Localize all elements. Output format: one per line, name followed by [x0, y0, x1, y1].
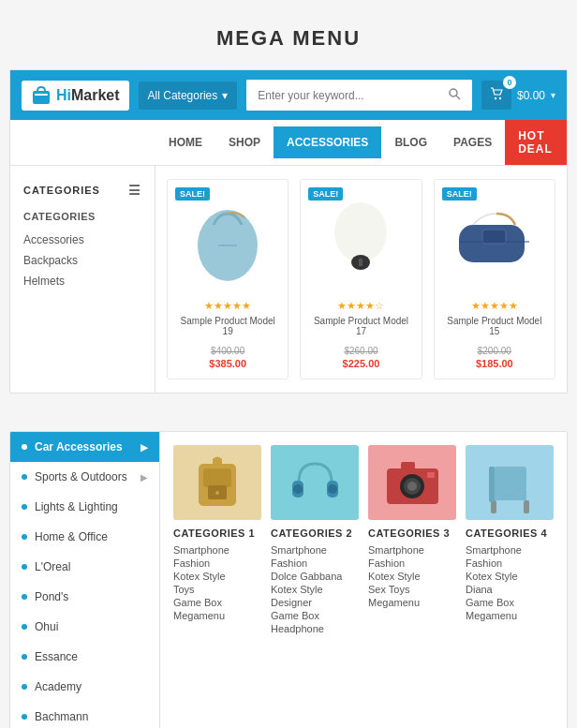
store-header: HiMarket All Categories ▾: [10, 70, 567, 120]
product-title-2: Sample Product Model 17: [310, 316, 411, 336]
sidebar-link-helmets[interactable]: Helmets: [10, 271, 155, 291]
sidebar-item-bachmann[interactable]: Bachmann: [10, 702, 159, 728]
product-card-2: SALE! ★★★★☆ Sample Product Model 17 $260…: [300, 179, 422, 379]
hamburger-icon[interactable]: ☰: [128, 183, 141, 198]
cart-count: 0: [503, 76, 516, 89]
mega-link[interactable]: Game Box: [173, 597, 261, 608]
product-image-3: [444, 189, 545, 292]
mega-link[interactable]: Megamenu: [466, 610, 554, 621]
svg-point-20: [293, 484, 303, 494]
sidebar-title: CATEGORIES ☰: [10, 177, 155, 207]
category-image-2: [271, 445, 359, 520]
mega-link[interactable]: Fashion: [466, 557, 554, 569]
category-image-1: [173, 445, 261, 520]
mega-link-headphone[interactable]: Headphone: [271, 623, 359, 634]
dot-icon: [22, 564, 27, 570]
nav-shop[interactable]: SHOP: [215, 126, 274, 158]
sidebar-item-home-office[interactable]: Home & Office: [10, 522, 159, 552]
mega-link[interactable]: Game Box: [466, 597, 554, 608]
mega-link[interactable]: Toys: [173, 584, 261, 595]
cart-icon-wrap: 0: [481, 81, 511, 110]
cart-price: $0.00: [517, 89, 545, 102]
price-new-3: $185.00: [444, 358, 545, 369]
svg-point-8: [334, 202, 387, 262]
mega-link[interactable]: Smartphone: [368, 544, 456, 556]
dot-icon: [22, 624, 27, 630]
chevron-down-icon: ▾: [222, 89, 228, 102]
mega-link[interactable]: Megamenu: [368, 597, 456, 608]
mega-link[interactable]: Fashion: [271, 557, 359, 569]
nav-pages[interactable]: PAGES: [440, 126, 505, 158]
nav-blog[interactable]: BLOG: [381, 126, 440, 158]
search-bar: [246, 80, 472, 111]
price-new-2: $225.00: [310, 358, 411, 369]
mega-link[interactable]: Fashion: [368, 557, 456, 569]
categories-dropdown[interactable]: All Categories ▾: [139, 82, 238, 110]
mega-link[interactable]: Sex Toys: [368, 584, 456, 595]
backpack-image: [189, 450, 245, 515]
mega-link[interactable]: Smartphone: [271, 544, 359, 556]
sidebar-section-title: CATEGORIES: [10, 207, 155, 230]
dot-icon: [22, 654, 27, 660]
search-input[interactable]: [246, 80, 436, 111]
mega-link[interactable]: Dolce Gabbana: [271, 571, 359, 582]
sidebar-item-academy[interactable]: Academy: [10, 672, 159, 702]
sale-badge-3: SALE!: [442, 187, 477, 201]
mega-link[interactable]: Game Box: [271, 610, 359, 621]
category-image-3: [368, 445, 456, 520]
sale-badge-2: SALE!: [308, 187, 343, 201]
nav-home[interactable]: HOME: [155, 126, 215, 158]
mega-link[interactable]: Designer: [271, 597, 359, 608]
hot-deal-badge[interactable]: HOT DEAL: [505, 120, 567, 165]
dot-icon: [22, 684, 27, 690]
mega-col-1: CATEGORIES 1 Smartphone Fashion Kotex St…: [173, 445, 261, 728]
sidebar-item-sports[interactable]: Sports & Outdoors ▶: [10, 462, 159, 492]
dot-icon: [22, 594, 27, 600]
sidebar-item-ohui[interactable]: Ohui: [10, 612, 159, 642]
mega-link[interactable]: Kotex Style: [173, 571, 261, 582]
sidebar-link-backpacks[interactable]: Backpacks: [10, 250, 155, 271]
mega-link[interactable]: Kotex Style: [368, 571, 456, 582]
mega-link[interactable]: Diana: [466, 584, 554, 595]
logo-text: HiMarket: [56, 87, 120, 104]
arrow-icon: ▶: [141, 472, 148, 483]
svg-rect-15: [203, 468, 231, 487]
svg-point-2: [450, 89, 457, 97]
sidebar-link-accessories[interactable]: Accessories: [10, 230, 155, 250]
mega-link[interactable]: Kotex Style: [271, 584, 359, 595]
mega-link[interactable]: Kotex Style: [466, 571, 554, 582]
product-image-1: [177, 189, 278, 292]
nav-accessories[interactable]: ACCESSORIES: [274, 126, 381, 158]
svg-rect-28: [494, 467, 526, 490]
cart-chevron-icon: ▾: [551, 90, 555, 100]
mega-menu-section: Car Accessories ▶ Sports & Outdoors ▶ Li…: [9, 431, 568, 728]
mega-link[interactable]: Fashion: [173, 557, 261, 569]
sidebar-item-essance[interactable]: Essance: [10, 642, 159, 672]
price-old-2: $260.00: [310, 341, 411, 358]
svg-point-4: [495, 97, 496, 99]
logo[interactable]: HiMarket: [22, 81, 129, 111]
sidebar-item-lights[interactable]: Lights & Lighting: [10, 492, 159, 522]
mega-link[interactable]: Megamenu: [173, 610, 261, 621]
cart-area[interactable]: 0 $0.00 ▾: [481, 81, 555, 110]
duffle-image: [454, 206, 534, 276]
stars-2: ★★★★☆: [310, 300, 411, 312]
mega-col-2: CATEGORIES 2 Smartphone Fashion Dolce Ga…: [271, 445, 359, 728]
mega-menu-sidebar: Car Accessories ▶ Sports & Outdoors ▶ Li…: [10, 432, 160, 728]
stars-3: ★★★★★: [444, 300, 545, 312]
sidebar-item-car-accessories[interactable]: Car Accessories ▶: [10, 432, 159, 462]
mega-col-3: CATEGORIES 3 Smartphone Fashion Kotex St…: [368, 445, 456, 728]
store-nav: HOME SHOP ACCESSORIES BLOG PAGES HOT DEA…: [10, 120, 567, 166]
mega-link[interactable]: Smartphone: [173, 544, 261, 556]
svg-rect-29: [494, 489, 526, 500]
sidebar-item-loreal[interactable]: L'Oreal: [10, 552, 159, 582]
product-card-1: SALE! ★★★★★ Sample Product Model 19 $400…: [167, 179, 288, 379]
search-button[interactable]: [436, 80, 472, 111]
section-gap: [0, 412, 577, 431]
svg-rect-26: [401, 462, 415, 469]
mega-link[interactable]: Smartphone: [466, 544, 554, 556]
sidebar-item-ponds[interactable]: Pond's: [10, 582, 159, 612]
mega-menu-panel: CATEGORIES 1 Smartphone Fashion Kotex St…: [160, 432, 567, 728]
product-card-3: SALE! ★★★★★ Sample Product Model 15 $200…: [434, 179, 555, 379]
cart-icon: [489, 86, 504, 101]
